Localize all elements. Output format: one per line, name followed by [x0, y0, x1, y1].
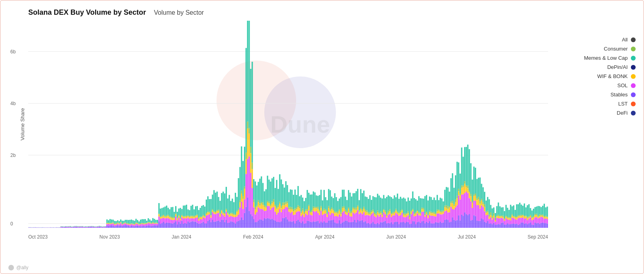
svg-rect-682: [258, 182, 259, 200]
svg-rect-353: [158, 221, 160, 228]
svg-rect-1437: [488, 199, 490, 214]
svg-rect-1298: [447, 220, 449, 228]
svg-rect-668: [255, 222, 256, 228]
svg-rect-268: [132, 226, 133, 228]
svg-rect-296: [140, 223, 141, 224]
svg-rect-742: [276, 180, 277, 207]
svg-rect-390: [169, 217, 170, 219]
svg-rect-1552: [524, 204, 525, 215]
svg-rect-562: [221, 193, 222, 210]
svg-rect-1300: [447, 209, 449, 213]
svg-rect-983: [351, 222, 352, 228]
svg-rect-473: [195, 222, 196, 228]
svg-rect-1243: [431, 223, 432, 228]
svg-rect-615: [238, 210, 239, 215]
svg-rect-425: [180, 219, 181, 220]
svg-rect-797: [293, 195, 294, 209]
svg-rect-1570: [530, 216, 531, 217]
svg-rect-1288: [444, 220, 445, 228]
svg-rect-294: [140, 224, 141, 226]
svg-rect-340: [154, 223, 155, 224]
svg-rect-377: [164, 207, 166, 216]
svg-rect-1270: [438, 211, 439, 213]
svg-rect-1431: [487, 211, 488, 212]
svg-rect-1354: [464, 193, 465, 212]
svg-rect-96: [73, 227, 74, 227]
svg-rect-403: [174, 223, 175, 228]
svg-rect-405: [174, 218, 175, 220]
svg-rect-840: [306, 211, 308, 215]
svg-rect-1529: [517, 218, 519, 225]
svg-rect-1596: [537, 216, 539, 217]
svg-rect-1587: [535, 207, 536, 214]
svg-rect-1169: [408, 215, 409, 222]
svg-rect-712: [267, 176, 268, 201]
svg-rect-729: [273, 207, 274, 220]
svg-rect-1513: [513, 223, 514, 228]
svg-rect-911: [328, 206, 329, 208]
svg-rect-1338: [459, 220, 461, 228]
svg-rect-789: [291, 212, 293, 222]
legend-item-memes--low-cap: Memes & Low Cap: [552, 55, 636, 61]
svg-rect-1059: [374, 216, 375, 224]
svg-rect-239: [123, 224, 124, 225]
svg-rect-705: [265, 208, 267, 211]
svg-rect-1035: [366, 212, 367, 215]
svg-rect-1205: [418, 213, 420, 215]
svg-rect-628: [242, 220, 244, 228]
svg-rect-229: [120, 223, 121, 225]
svg-rect-1470: [499, 217, 500, 218]
svg-rect-958: [343, 221, 345, 228]
svg-rect-1436: [488, 215, 490, 217]
svg-rect-261: [129, 224, 131, 224]
svg-rect-219: [117, 224, 118, 225]
svg-rect-1192: [414, 198, 415, 213]
svg-rect-594: [232, 217, 233, 222]
svg-rect-481: [197, 215, 198, 216]
svg-rect-1056: [373, 209, 374, 211]
svg-rect-175: [103, 227, 105, 228]
svg-rect-1481: [502, 215, 503, 217]
svg-rect-1164: [406, 217, 407, 222]
svg-rect-580: [227, 213, 228, 215]
svg-rect-1339: [459, 200, 461, 221]
svg-rect-642: [246, 48, 247, 153]
svg-rect-824: [302, 215, 303, 221]
svg-rect-1256: [433, 212, 435, 214]
svg-rect-674: [256, 212, 258, 222]
svg-rect-1123: [394, 222, 395, 228]
svg-rect-864: [314, 212, 316, 222]
svg-rect-79: [66, 227, 68, 228]
svg-rect-1403: [479, 221, 480, 228]
svg-rect-1221: [423, 208, 424, 209]
svg-rect-1327: [455, 175, 456, 200]
svg-rect-265: [131, 223, 132, 224]
svg-rect-1051: [371, 210, 372, 212]
svg-rect-1435: [488, 217, 490, 219]
svg-rect-1353: [464, 212, 465, 228]
svg-rect-83: [68, 227, 69, 228]
svg-rect-746: [277, 205, 279, 207]
svg-rect-1105: [388, 213, 389, 215]
svg-rect-897: [324, 190, 325, 209]
svg-rect-853: [311, 222, 312, 228]
svg-rect-1604: [541, 217, 542, 223]
svg-rect-370: [163, 216, 164, 218]
svg-rect-1567: [528, 204, 529, 217]
svg-rect-365: [161, 217, 162, 218]
svg-rect-962: [343, 190, 345, 206]
svg-rect-1085: [382, 215, 383, 217]
svg-rect-702: [264, 191, 265, 205]
svg-rect-110: [77, 226, 78, 227]
svg-rect-901: [325, 209, 326, 211]
svg-rect-493: [201, 223, 202, 228]
svg-rect-1583: [535, 223, 536, 228]
svg-rect-872: [316, 196, 317, 207]
legend-item-lst: LST: [552, 101, 636, 107]
svg-rect-362: [160, 209, 161, 217]
svg-rect-608: [236, 221, 238, 228]
chart-area: Dune 6b 4b 2b 0: [28, 21, 548, 228]
svg-rect-6: [31, 227, 33, 228]
svg-rect-417: [177, 212, 178, 218]
svg-rect-1041: [368, 212, 369, 213]
